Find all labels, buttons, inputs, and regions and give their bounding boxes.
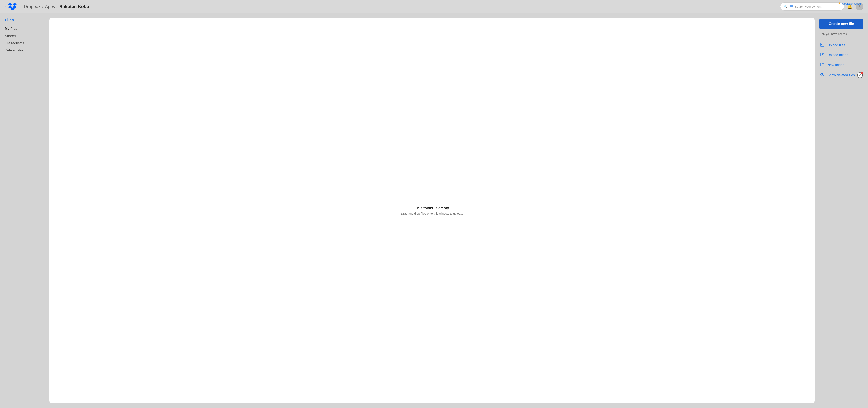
upload-files-icon	[819, 42, 825, 48]
new-folder-icon	[819, 62, 825, 68]
sidebar-item-shared[interactable]: Shared	[5, 34, 44, 38]
sidebar-item-deleted-files[interactable]: Deleted files	[5, 48, 44, 53]
search-icon: 🔍	[784, 5, 788, 8]
show-deleted-row: Show deleted files ✓	[819, 72, 863, 79]
folder-empty-section: This folder is empty Drag and drop files…	[49, 142, 815, 280]
back-arrow-icon[interactable]: ‹	[5, 4, 6, 8]
right-divider	[819, 39, 863, 39]
new-folder-label: New folder	[828, 63, 843, 67]
upload-files-label: Upload files	[828, 43, 845, 47]
sidebar-item-shared-label: Shared	[5, 34, 16, 38]
upload-folder-label: Upload folder	[828, 53, 847, 57]
breadcrumb-part1[interactable]: Dropbox	[24, 4, 40, 9]
breadcrumb-sep2: ›	[57, 4, 58, 9]
show-deleted-action[interactable]: Show deleted files	[819, 72, 855, 78]
red-dot	[861, 72, 863, 74]
sidebar-item-my-files[interactable]: My files	[5, 26, 44, 31]
upgrade-label: Upgrade account	[842, 2, 863, 5]
main-layout: Files My files Shared File requests Dele…	[0, 13, 868, 408]
sidebar-item-file-requests[interactable]: File requests	[5, 41, 44, 45]
breadcrumb-sep1: ›	[42, 4, 43, 9]
search-placeholder: Search your content	[795, 5, 822, 8]
folder-row-1	[49, 18, 815, 80]
right-panel: Create new file Only you have access Upl…	[819, 18, 863, 403]
new-folder-action[interactable]: New folder	[819, 62, 863, 68]
breadcrumb-part2[interactable]: Apps	[45, 4, 55, 9]
logo-container[interactable]: ‹	[5, 3, 17, 10]
search-bar[interactable]: 🔍 Search your content	[780, 2, 844, 10]
upload-folder-action[interactable]: Upload folder	[819, 52, 863, 58]
content-area: This folder is empty Drag and drop files…	[49, 18, 815, 403]
status-indicator: ✓	[857, 72, 863, 79]
topbar: ★ Upgrade account ‹ Dropbox › Apps › Rak…	[0, 0, 868, 13]
folder-row-2	[49, 80, 815, 141]
search-folder-icon	[789, 4, 793, 9]
breadcrumb-current: Rakuten Kobo	[59, 4, 89, 9]
access-text: Only you have access	[819, 32, 863, 36]
breadcrumb: Dropbox › Apps › Rakuten Kobo	[24, 4, 777, 9]
svg-point-3	[822, 74, 823, 75]
action-list: Upload files Upload folder	[819, 42, 863, 79]
sidebar-item-deleted-files-label: Deleted files	[5, 48, 24, 52]
empty-subtitle: Drag and drop files onto this window to …	[401, 212, 463, 215]
create-new-file-button[interactable]: Create new file	[819, 19, 863, 29]
empty-title: This folder is empty	[415, 206, 449, 210]
sidebar: Files My files Shared File requests Dele…	[5, 18, 44, 403]
folder-row-3	[49, 280, 815, 342]
show-deleted-icon	[819, 72, 825, 78]
star-icon: ★	[838, 2, 841, 5]
sidebar-item-my-files-label: My files	[5, 27, 17, 31]
folder-panel: This folder is empty Drag and drop files…	[49, 18, 815, 403]
sidebar-item-file-requests-label: File requests	[5, 41, 24, 45]
show-deleted-label: Show deleted files	[828, 73, 855, 77]
folder-row-4	[49, 342, 815, 403]
sidebar-nav: My files Shared File requests Deleted fi…	[5, 26, 44, 53]
upgrade-account-link[interactable]: ★ Upgrade account	[838, 2, 863, 5]
upload-files-action[interactable]: Upload files	[819, 42, 863, 48]
upload-folder-icon	[819, 52, 825, 58]
sidebar-files-title[interactable]: Files	[5, 18, 44, 23]
dropbox-logo	[8, 3, 17, 10]
